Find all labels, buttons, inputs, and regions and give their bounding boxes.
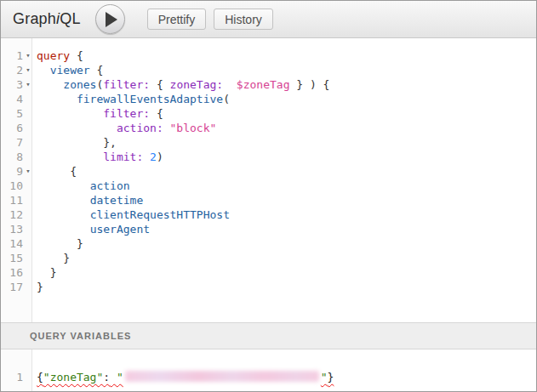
code-text: }, xyxy=(33,135,117,150)
code-line: 6 action: "block" xyxy=(1,121,536,135)
code-token: query xyxy=(37,49,70,62)
fold-arrow-icon[interactable]: ▾ xyxy=(23,48,33,63)
code-line: 11 datetime xyxy=(1,193,536,207)
code-text: firewallEventsAdaptive( xyxy=(33,92,230,106)
code-token: zones xyxy=(63,78,96,91)
code-line: 7 }, xyxy=(1,135,536,150)
code-token: } xyxy=(37,281,43,293)
fold-spacer xyxy=(23,92,33,106)
code-token xyxy=(37,93,77,105)
fold-spacer xyxy=(23,207,33,222)
line-number: 15 xyxy=(1,251,23,265)
code-text: clientRequestHTTPHost xyxy=(33,207,230,222)
fold-spacer xyxy=(23,179,33,193)
code-token: } ) { xyxy=(289,78,329,91)
fold-spacer xyxy=(23,236,33,251)
fold-spacer xyxy=(23,193,33,207)
prettify-button[interactable]: Prettify xyxy=(147,9,207,30)
code-token xyxy=(37,107,103,120)
query-variables-title: QUERY VARIABLES xyxy=(30,331,131,341)
line-number: 1 xyxy=(1,370,23,384)
fold-arrow-icon[interactable]: ▾ xyxy=(23,164,33,179)
line-number: 9 xyxy=(1,164,23,179)
line-number: 6 xyxy=(1,121,23,135)
fold-spacer xyxy=(23,106,33,121)
code-line: 9▾ { xyxy=(1,164,536,179)
code-token: : xyxy=(103,371,110,383)
history-button[interactable]: History xyxy=(214,9,273,30)
line-number: 10 xyxy=(1,179,23,193)
code-token: filter: xyxy=(103,107,150,120)
code-line: 3▾ zones(filter: { zoneTag: $zoneTag } )… xyxy=(1,77,536,92)
fold-spacer xyxy=(23,222,33,236)
code-line: 12 clientRequestHTTPHost xyxy=(1,207,536,222)
code-token: } xyxy=(328,371,334,383)
query-variables-header[interactable]: QUERY VARIABLES xyxy=(1,322,536,349)
code-token: { xyxy=(150,107,163,120)
code-token: ( xyxy=(223,93,230,105)
code-token xyxy=(163,122,170,134)
execute-query-button[interactable] xyxy=(95,4,125,34)
code-token: action xyxy=(90,179,130,192)
code-token xyxy=(37,179,90,192)
fold-spacer xyxy=(23,251,33,265)
code-text: {"zoneTag": ""} xyxy=(33,370,334,384)
code-token: ) xyxy=(157,151,163,163)
fold-arrow-icon[interactable]: ▾ xyxy=(23,63,33,77)
fold-spacer xyxy=(23,135,33,150)
code-token: datetime xyxy=(90,194,144,207)
code-token: { xyxy=(90,64,104,77)
fold-arrow-icon[interactable]: ▾ xyxy=(23,77,33,92)
line-number: 3 xyxy=(1,77,23,92)
line-number: 1 xyxy=(1,48,23,63)
code-token: { xyxy=(150,78,169,91)
code-text: } xyxy=(33,251,70,265)
code-token: firewallEventsAdaptive xyxy=(77,93,223,105)
fold-spacer xyxy=(23,150,33,164)
code-text: datetime xyxy=(33,193,143,207)
line-number: 4 xyxy=(1,92,23,106)
code-token xyxy=(223,78,237,91)
logo-text: Graph xyxy=(13,10,56,27)
fold-spacer xyxy=(23,265,33,280)
json-lint-squiggle: "} xyxy=(321,371,334,383)
code-line: 15 } xyxy=(1,251,536,265)
code-token xyxy=(37,78,63,91)
code-token xyxy=(143,151,150,163)
fold-spacer xyxy=(23,370,33,384)
code-text: viewer { xyxy=(33,63,103,77)
code-text: userAgent xyxy=(33,222,150,236)
topbar: GraphiQL Prettify History xyxy=(1,1,536,38)
variables-editor[interactable]: 1{"zoneTag": ""} xyxy=(1,349,536,391)
query-editor[interactable]: 1▾query {2▾ viewer {3▾ zones(filter: { z… xyxy=(1,38,536,322)
code-token: action: xyxy=(117,122,163,134)
line-number: 5 xyxy=(1,106,23,121)
play-icon xyxy=(106,12,117,27)
code-line: 8 limit: 2) xyxy=(1,150,536,164)
code-text: action: "block" xyxy=(33,121,216,135)
code-line: 2▾ viewer { xyxy=(1,63,536,77)
code-token xyxy=(37,151,103,163)
code-line: 1▾query { xyxy=(1,48,536,63)
code-line: 17} xyxy=(1,280,536,294)
code-token: zoneTag: xyxy=(170,78,224,91)
code-text: } xyxy=(33,265,56,280)
graphiql-app: GraphiQL Prettify History 1▾query {2▾ vi… xyxy=(0,0,537,392)
code-text: { xyxy=(33,164,77,179)
code-token: " xyxy=(110,371,123,383)
code-token: $zoneTag xyxy=(237,78,290,91)
logo-text: QL xyxy=(60,10,80,27)
code-token xyxy=(37,223,90,236)
code-line: 10 action xyxy=(1,179,536,193)
graphiql-logo: GraphiQL xyxy=(13,10,81,28)
line-number: 2 xyxy=(1,63,23,77)
line-number: 17 xyxy=(1,280,23,294)
code-token: }, xyxy=(37,136,117,149)
code-token: viewer xyxy=(50,64,90,77)
code-text: } xyxy=(33,236,83,251)
code-token: filter: xyxy=(103,78,150,91)
line-number: 8 xyxy=(1,150,23,164)
code-token: "block" xyxy=(170,122,217,134)
line-number: 12 xyxy=(1,207,23,222)
code-text: filter: { xyxy=(33,106,163,121)
